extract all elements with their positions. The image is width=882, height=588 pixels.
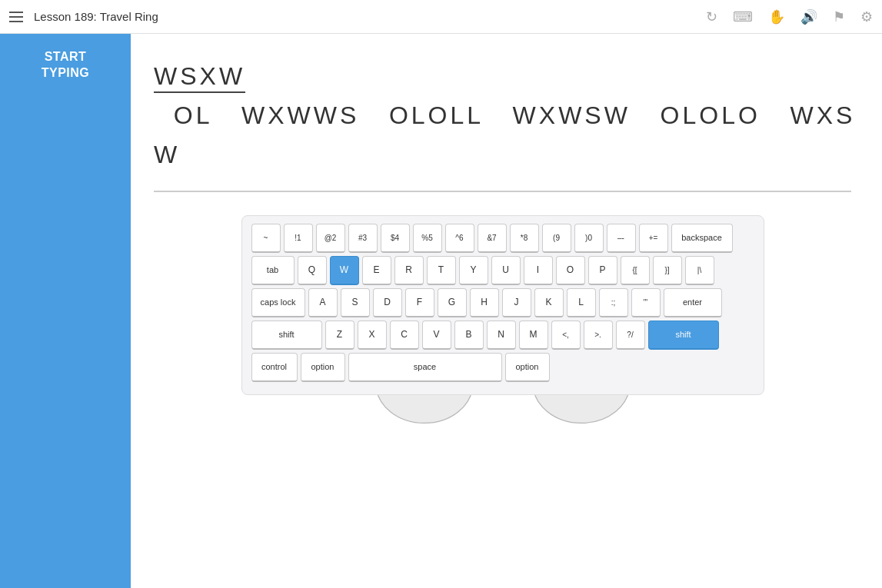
header: Lesson 189: Travel Ring ↻ ⌨ ✋ 🔊 ⚑ ⚙: [0, 0, 882, 34]
key-v[interactable]: V: [422, 321, 451, 350]
header-icons: ↻ ⌨ ✋ 🔊 ⚑ ⚙: [706, 8, 873, 25]
current-word: WSXW: [154, 62, 245, 93]
content-area: WSXW OL WXWWS OLOLL WXWSW OLOLO WXS LO W…: [131, 34, 882, 588]
key-8[interactable]: *8: [510, 224, 539, 253]
key-r[interactable]: R: [394, 256, 424, 285]
refresh-icon[interactable]: ↻: [706, 8, 717, 25]
key-0[interactable]: )0: [574, 224, 604, 253]
key-q[interactable]: Q: [298, 256, 327, 285]
header-title: Lesson 189: Travel Ring: [34, 10, 695, 23]
key-o[interactable]: O: [556, 256, 585, 285]
key-p[interactable]: P: [588, 256, 617, 285]
key-capslock[interactable]: caps lock: [251, 288, 305, 317]
key-g[interactable]: G: [438, 288, 467, 317]
key-row-qwerty: tab Q W E R T Y U I O P {[ }] |\: [251, 256, 754, 285]
start-typing-button[interactable]: STARTTYPING: [0, 34, 131, 95]
key-l[interactable]: L: [567, 288, 596, 317]
key-dash[interactable]: –-: [607, 224, 636, 253]
menu-icon[interactable]: [9, 12, 23, 22]
key-2[interactable]: @2: [316, 224, 345, 253]
key-control[interactable]: control: [251, 353, 298, 382]
keyboard: ~ !1 @2 #3 $4 %5 ^6 &7 *8 (9 )0 –- += ba…: [241, 215, 764, 395]
key-row-asdf: caps lock A S D F G H J K L :; "' enter: [251, 288, 754, 317]
key-comma[interactable]: <,: [551, 321, 581, 350]
key-e[interactable]: E: [362, 256, 391, 285]
key-s[interactable]: S: [341, 288, 370, 317]
keyboard-area: ~ !1 @2 #3 $4 %5 ^6 &7 *8 (9 )0 –- += ba…: [154, 215, 851, 395]
key-y[interactable]: Y: [459, 256, 488, 285]
key-z[interactable]: Z: [325, 321, 354, 350]
key-row-numbers: ~ !1 @2 #3 $4 %5 ^6 &7 *8 (9 )0 –- += ba…: [251, 224, 754, 253]
key-period[interactable]: >.: [584, 321, 613, 350]
key-a[interactable]: A: [308, 288, 338, 317]
key-h[interactable]: H: [470, 288, 499, 317]
key-f[interactable]: F: [405, 288, 434, 317]
key-9[interactable]: (9: [542, 224, 571, 253]
key-6[interactable]: ^6: [445, 224, 474, 253]
keyboard-icon[interactable]: ⌨: [733, 8, 753, 25]
key-option-left[interactable]: option: [301, 353, 345, 382]
key-row-zxcv: shift Z X C V B N M <, >. ?/ shift: [251, 321, 754, 350]
key-b[interactable]: B: [454, 321, 484, 350]
key-4[interactable]: $4: [381, 224, 410, 253]
key-option-right[interactable]: option: [505, 353, 550, 382]
key-semicolon[interactable]: :;: [599, 288, 628, 317]
sidebar: STARTTYPING: [0, 34, 131, 588]
key-equals[interactable]: +=: [639, 224, 668, 253]
key-tab[interactable]: tab: [251, 256, 295, 285]
key-j[interactable]: J: [502, 288, 531, 317]
key-7[interactable]: &7: [478, 224, 507, 253]
key-5[interactable]: %5: [413, 224, 442, 253]
sound-icon[interactable]: 🔊: [800, 8, 817, 25]
key-n[interactable]: N: [487, 321, 516, 350]
key-t[interactable]: T: [427, 256, 456, 285]
key-u[interactable]: U: [491, 256, 521, 285]
key-c[interactable]: C: [390, 321, 419, 350]
key-enter[interactable]: enter: [664, 288, 722, 317]
key-lbracket[interactable]: {[: [621, 256, 650, 285]
key-backspace[interactable]: backspace: [671, 224, 733, 253]
key-rbracket[interactable]: }]: [653, 256, 682, 285]
flag-icon[interactable]: ⚑: [833, 8, 845, 25]
settings-icon[interactable]: ⚙: [860, 8, 873, 25]
key-w[interactable]: W: [330, 256, 359, 285]
key-k[interactable]: K: [534, 288, 564, 317]
key-space[interactable]: space: [348, 353, 502, 382]
key-3[interactable]: #3: [348, 224, 378, 253]
key-backtick[interactable]: ~: [251, 224, 281, 253]
hand-icon[interactable]: ✋: [768, 8, 785, 25]
typing-text-display: WSXW OL WXWWS OLOLL WXWSW OLOLO WXS LO W: [154, 57, 851, 192]
key-quote[interactable]: "': [631, 288, 661, 317]
key-shift-right[interactable]: shift: [648, 321, 719, 350]
key-i[interactable]: I: [524, 256, 553, 285]
main-layout: STARTTYPING WSXW OL WXWWS OLOLL WXWSW OL…: [0, 34, 882, 588]
key-1[interactable]: !1: [284, 224, 313, 253]
key-d[interactable]: D: [373, 288, 402, 317]
key-m[interactable]: M: [519, 321, 548, 350]
key-backslash[interactable]: |\: [685, 256, 714, 285]
key-x[interactable]: X: [358, 321, 387, 350]
key-row-bottom: control option space option: [251, 353, 754, 382]
key-slash[interactable]: ?/: [616, 321, 645, 350]
key-shift-left[interactable]: shift: [251, 321, 322, 350]
